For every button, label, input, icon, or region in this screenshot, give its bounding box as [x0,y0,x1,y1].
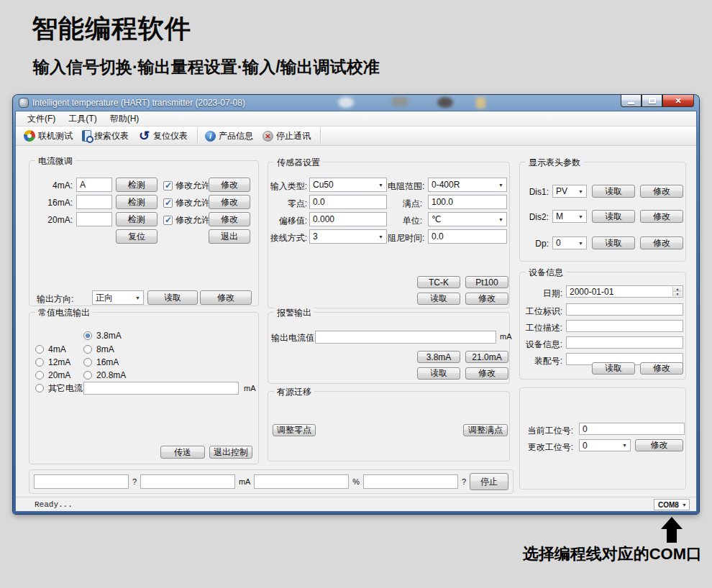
adjust-zero-button[interactable]: 调整零点 [273,424,316,436]
trim-4ma-detect-button[interactable]: 检测 [116,178,158,192]
station-desc-input[interactable] [566,320,683,332]
input-type-select[interactable]: Cu50 [309,178,387,192]
com-port-select[interactable]: COM8 [654,499,690,510]
alarm-current-input[interactable] [315,331,496,344]
radio-3-8ma[interactable]: 3.8mA [83,331,122,341]
dp-read-button[interactable]: 读取 [592,236,635,249]
station-id-input[interactable] [566,303,683,316]
dis1-select[interactable]: PV [552,185,587,198]
device-modify-button[interactable]: 修改 [640,362,683,375]
search-instrument-icon [82,130,91,142]
menu-file[interactable]: 文件(F) [22,111,61,127]
monitor-sep-3: % [352,477,360,486]
minimize-button[interactable] [621,95,642,107]
radio-16ma[interactable]: 16mA [83,357,119,367]
current-station-input[interactable]: 0 [579,423,685,435]
dp-select[interactable]: 0 [552,236,587,249]
date-input[interactable]: 2000-01-01 ▲▼ [566,285,683,298]
alarm-high-button[interactable]: 21.0mA [465,351,508,363]
trim-4ma-allow-checkbox[interactable]: 修改允许 [163,180,210,192]
app-window: Intelligent temperature (HART) transmitt… [13,95,699,514]
trim-16ma-modify-button[interactable]: 修改 [209,195,250,209]
radio-12ma[interactable]: 12mA [35,357,70,367]
trim-16ma-label: 16mA: [35,198,73,208]
window-title: Intelligent temperature (HART) transmitt… [32,98,245,108]
change-station-label: 更改工位号: [520,441,573,454]
output-direction-modify-button[interactable]: 修改 [200,290,252,305]
select-value: COM8 [658,501,679,509]
menu-help[interactable]: 帮助(H) [104,111,145,127]
tck-button[interactable]: TC-K [417,276,460,288]
alarm-output-group: 报警输出 输出电流值: mA 3.8mA 21.0mA 读取 修改 [268,312,510,384]
radio-other-current[interactable]: 其它电流 [35,383,83,393]
stop-button[interactable]: 停止 [470,473,508,490]
alarm-low-button[interactable]: 3.8mA [417,351,460,363]
damping-input[interactable]: 0.0 [428,229,507,244]
monitor-input-3[interactable] [254,474,349,489]
trim-16ma-input[interactable] [76,195,112,209]
maximize-button[interactable] [642,95,662,107]
adjust-full-button[interactable]: 调整满点 [463,424,508,436]
monitor-input-2[interactable] [140,474,235,489]
trim-20ma-input[interactable] [76,212,112,226]
close-button[interactable] [662,95,694,107]
dis1-read-button[interactable]: 读取 [592,185,635,198]
allow-label: 修改允许 [175,197,210,209]
display-head-group: 显示表头参数 Dis1: PV 读取 修改 Dis2: M 读取 修改 Dp: … [519,162,686,262]
other-current-input[interactable] [83,382,239,395]
date-spinner[interactable]: ▲▼ [672,287,682,296]
trim-exit-button[interactable]: 退出 [209,229,250,244]
select-value: PV [556,186,567,196]
change-station-select[interactable]: 0 [579,439,631,451]
radio-4ma[interactable]: 4mA [35,344,66,354]
other-current-unit: mA [244,384,256,392]
toolbar-product-info-button[interactable]: i 产品信息 [201,129,259,144]
alarm-modify-button[interactable]: 修改 [465,367,508,380]
toolbar-stop-comm-button[interactable]: ✕ 停止通讯 [259,129,316,144]
wiring-select[interactable]: 3 [309,229,387,244]
dis2-modify-button[interactable]: 修改 [640,210,683,223]
station-modify-button[interactable]: 修改 [635,439,683,451]
toolbar-reset-instrument-button[interactable]: ↺ 复位仪表 [134,129,193,144]
exit-control-button[interactable]: 退出控制 [209,446,252,459]
output-direction-read-button[interactable]: 读取 [147,290,198,305]
trim-20ma-allow-checkbox[interactable]: 修改允许 [163,214,210,226]
dis2-read-button[interactable]: 读取 [592,210,635,223]
radio-20ma[interactable]: 20mA [35,370,70,380]
dp-modify-button[interactable]: 修改 [640,236,683,249]
dis2-select[interactable]: M [552,210,587,223]
com-port-annotation: 选择编程线对应的COM口 [523,543,702,565]
trim-4ma-modify-button[interactable]: 修改 [209,178,250,192]
output-direction-select[interactable]: 正向 [92,290,144,305]
menu-tools[interactable]: 工具(T) [63,111,102,127]
sensor-modify-button[interactable]: 修改 [465,293,508,305]
title-bar[interactable]: Intelligent temperature (HART) transmitt… [15,95,697,111]
zero-input[interactable]: 0.0 [309,195,387,209]
device-read-button[interactable]: 读取 [592,362,635,375]
radio-8ma[interactable]: 8mA [83,344,114,354]
resistance-range-select[interactable]: 0-400R [428,178,507,192]
trim-20ma-detect-button[interactable]: 检测 [116,212,158,226]
trim-16ma-detect-button[interactable]: 检测 [116,195,158,209]
dis1-modify-button[interactable]: 修改 [640,185,683,198]
device-desc-input[interactable] [566,336,683,349]
station-id-label: 工位标识: [520,306,562,318]
pt100-button[interactable]: Pt100 [465,276,508,288]
monitor-input-4[interactable] [363,474,458,489]
alarm-read-button[interactable]: 读取 [417,367,460,380]
monitor-input-1[interactable] [34,474,129,489]
select-value: 正向 [96,292,113,304]
trim-reset-button[interactable]: 复位 [116,229,158,244]
trim-16ma-allow-checkbox[interactable]: 修改允许 [163,197,210,209]
menu-bar: 文件(F) 工具(T) 帮助(H) [16,111,696,127]
offset-input[interactable]: 0.000 [309,212,387,226]
unit-select[interactable]: ℃ [428,212,507,226]
trim-4ma-input[interactable]: A [76,178,112,192]
trim-20ma-modify-button[interactable]: 修改 [209,212,250,226]
toolbar-online-test-button[interactable]: 联机测试 [20,129,78,144]
radio-20-8ma[interactable]: 20.8mA [83,370,126,380]
send-button[interactable]: 传送 [160,446,205,459]
full-input[interactable]: 100.0 [428,195,507,209]
toolbar-search-instrument-button[interactable]: 搜索仪表 [78,129,134,144]
sensor-read-button[interactable]: 读取 [417,293,460,305]
